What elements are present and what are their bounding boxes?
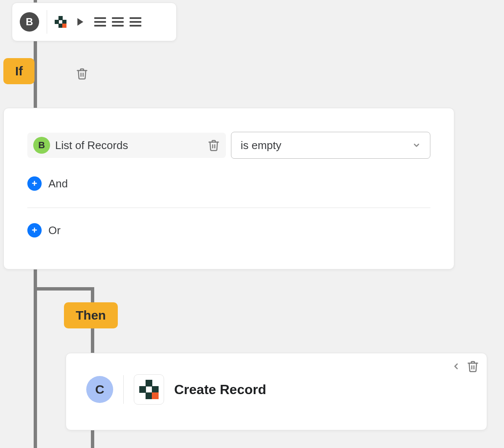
if-block-label[interactable]: If (3, 58, 34, 84)
plus-icon: + (27, 223, 42, 237)
and-label: And (48, 177, 68, 190)
list-icon[interactable] (112, 17, 124, 27)
app-logo-icon (139, 380, 159, 399)
operator-value: is empty (241, 139, 281, 152)
add-or-condition[interactable]: + Or (27, 223, 430, 237)
flow-connector (34, 287, 93, 291)
chevron-down-icon (412, 141, 421, 149)
condition-variable-chip[interactable]: B List of Records (27, 133, 226, 158)
trash-icon[interactable] (467, 359, 479, 373)
condition-panel: B List of Records is empty + And + Or (3, 108, 454, 269)
action-badge: C (86, 376, 113, 403)
or-label: Or (48, 224, 61, 237)
list-icon[interactable] (94, 17, 106, 27)
play-icon[interactable] (77, 18, 83, 26)
variable-label: List of Records (55, 139, 202, 152)
trash-icon[interactable] (76, 67, 88, 81)
trash-icon[interactable] (207, 138, 220, 152)
condition-operator-select[interactable]: is empty (231, 132, 430, 159)
divider (27, 208, 430, 208)
app-logo-icon[interactable] (55, 16, 66, 28)
action-card[interactable]: C Create Record (66, 353, 487, 430)
chevron-left-icon[interactable] (451, 360, 461, 372)
add-and-condition[interactable]: + And (27, 176, 430, 191)
variable-badge: B (33, 137, 50, 154)
list-icon[interactable] (130, 17, 141, 27)
action-title: Create Record (174, 382, 266, 397)
node-toolbar: B (12, 3, 177, 41)
divider (123, 375, 124, 404)
then-block-label[interactable]: Then (64, 302, 118, 328)
plus-icon: + (27, 176, 42, 191)
app-logo-box (134, 374, 164, 405)
node-badge-b: B (20, 12, 39, 32)
divider (47, 10, 47, 34)
